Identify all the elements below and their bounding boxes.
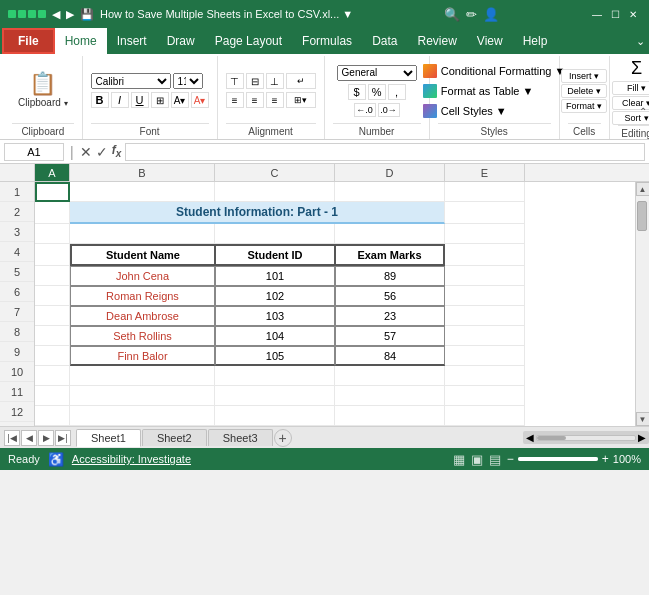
- cell-e5[interactable]: [445, 266, 525, 286]
- menu-formulas[interactable]: Formulas: [292, 28, 362, 54]
- corner-cell[interactable]: [0, 164, 35, 181]
- cell-b9[interactable]: Finn Balor: [70, 346, 215, 366]
- page-break-view-button[interactable]: ▤: [489, 452, 501, 467]
- menu-data[interactable]: Data: [362, 28, 407, 54]
- cell-e1[interactable]: [445, 182, 525, 202]
- menu-file[interactable]: File: [2, 28, 55, 54]
- bold-button[interactable]: B: [91, 92, 109, 108]
- share-icon[interactable]: 👤: [483, 7, 499, 22]
- zoom-slider[interactable]: [518, 457, 598, 461]
- menu-help[interactable]: Help: [513, 28, 558, 54]
- menu-insert[interactable]: Insert: [107, 28, 157, 54]
- scroll-track[interactable]: [636, 196, 649, 412]
- tab-nav-next[interactable]: ▶: [38, 430, 54, 446]
- sheet-tab-sheet2[interactable]: Sheet2: [142, 429, 207, 446]
- cancel-formula-button[interactable]: ✕: [80, 144, 92, 160]
- cell-b7[interactable]: Dean Ambrose: [70, 306, 215, 326]
- align-top-button[interactable]: ⊤: [226, 73, 244, 89]
- cell-b4[interactable]: Student Name: [70, 244, 215, 266]
- cell-c5[interactable]: 101: [215, 266, 335, 286]
- cell-e4[interactable]: [445, 244, 525, 266]
- cell-c8[interactable]: 104: [215, 326, 335, 346]
- scroll-thumb[interactable]: [637, 201, 647, 231]
- number-format-select[interactable]: General: [337, 65, 417, 81]
- cell-a9[interactable]: [35, 346, 70, 366]
- clipboard-button[interactable]: 📋 Clipboard ▾: [12, 61, 74, 121]
- cell-a4[interactable]: [35, 244, 70, 266]
- align-middle-button[interactable]: ⊟: [246, 73, 264, 89]
- cell-b11[interactable]: [70, 386, 215, 406]
- cell-d7[interactable]: 23: [335, 306, 445, 326]
- cell-d11[interactable]: [335, 386, 445, 406]
- cell-c7[interactable]: 103: [215, 306, 335, 326]
- scroll-down-button[interactable]: ▼: [636, 412, 650, 426]
- accessibility-label[interactable]: Accessibility: Investigate: [72, 453, 191, 465]
- increase-decimal-button[interactable]: .0→: [378, 103, 400, 117]
- normal-view-button[interactable]: ▦: [453, 452, 465, 467]
- tab-nav-prev[interactable]: ◀: [21, 430, 37, 446]
- col-header-a[interactable]: A: [35, 164, 70, 181]
- wrap-text-button[interactable]: ↵: [286, 73, 316, 89]
- col-header-e[interactable]: E: [445, 164, 525, 181]
- cell-e3[interactable]: [445, 224, 525, 244]
- cell-b3[interactable]: [70, 224, 215, 244]
- cell-c10[interactable]: [215, 366, 335, 386]
- edit-icon[interactable]: ✏: [466, 7, 477, 22]
- cell-e8[interactable]: [445, 326, 525, 346]
- underline-button[interactable]: U: [131, 92, 149, 108]
- cell-d9[interactable]: 84: [335, 346, 445, 366]
- align-center-button[interactable]: ≡: [246, 92, 264, 108]
- cell-e2[interactable]: [445, 202, 525, 224]
- merge-button[interactable]: ⊞▾: [286, 92, 316, 108]
- delete-cells-button[interactable]: Delete ▾: [561, 84, 607, 98]
- cell-c4[interactable]: Student ID: [215, 244, 335, 266]
- cell-e7[interactable]: [445, 306, 525, 326]
- cell-e6[interactable]: [445, 286, 525, 306]
- ribbon-collapse-arrow[interactable]: ⌃: [639, 106, 647, 117]
- cell-e12[interactable]: [445, 406, 525, 426]
- cell-styles-button[interactable]: Cell Styles ▼: [418, 102, 512, 120]
- confirm-formula-button[interactable]: ✓: [96, 144, 108, 160]
- cell-c1[interactable]: [215, 182, 335, 202]
- format-cells-button[interactable]: Format ▾: [561, 99, 607, 113]
- align-left-button[interactable]: ≡: [226, 92, 244, 108]
- cell-b1[interactable]: [70, 182, 215, 202]
- font-color-button[interactable]: A▾: [191, 92, 209, 108]
- cell-b6[interactable]: Roman Reigns: [70, 286, 215, 306]
- cell-a2[interactable]: [35, 202, 70, 224]
- formula-input[interactable]: [125, 143, 645, 161]
- cell-a1[interactable]: [35, 182, 70, 202]
- cell-a6[interactable]: [35, 286, 70, 306]
- align-right-button[interactable]: ≡: [266, 92, 284, 108]
- row-num-12[interactable]: 12: [0, 402, 34, 422]
- cell-d12[interactable]: [335, 406, 445, 426]
- maximize-button[interactable]: ☐: [607, 6, 623, 22]
- row-num-7[interactable]: 7: [0, 302, 34, 322]
- cell-a7[interactable]: [35, 306, 70, 326]
- cell-a8[interactable]: [35, 326, 70, 346]
- cell-b12[interactable]: [70, 406, 215, 426]
- percent-button[interactable]: %: [368, 84, 386, 100]
- row-num-1[interactable]: 1: [0, 182, 34, 202]
- cell-c6[interactable]: 102: [215, 286, 335, 306]
- menu-draw[interactable]: Draw: [157, 28, 205, 54]
- col-header-d[interactable]: D: [335, 164, 445, 181]
- sheet-tab-sheet1[interactable]: Sheet1: [76, 429, 141, 447]
- sheet-tab-sheet3[interactable]: Sheet3: [208, 429, 273, 446]
- col-header-c[interactable]: C: [215, 164, 335, 181]
- cell-a3[interactable]: [35, 224, 70, 244]
- insert-cells-button[interactable]: Insert ▾: [561, 69, 607, 83]
- font-size-select[interactable]: 11: [173, 73, 203, 89]
- row-num-4[interactable]: 4: [0, 242, 34, 262]
- tab-nav-last[interactable]: ▶|: [55, 430, 71, 446]
- decrease-decimal-button[interactable]: ←.0: [354, 103, 376, 117]
- align-bottom-button[interactable]: ⊥: [266, 73, 284, 89]
- fill-color-button[interactable]: A▾: [171, 92, 189, 108]
- cell-c12[interactable]: [215, 406, 335, 426]
- add-sheet-button[interactable]: +: [274, 429, 292, 447]
- insert-function-button[interactable]: fx: [112, 143, 122, 159]
- cell-a11[interactable]: [35, 386, 70, 406]
- row-num-2[interactable]: 2: [0, 202, 34, 222]
- menu-view[interactable]: View: [467, 28, 513, 54]
- title-bar-icon-save[interactable]: 💾: [80, 8, 94, 21]
